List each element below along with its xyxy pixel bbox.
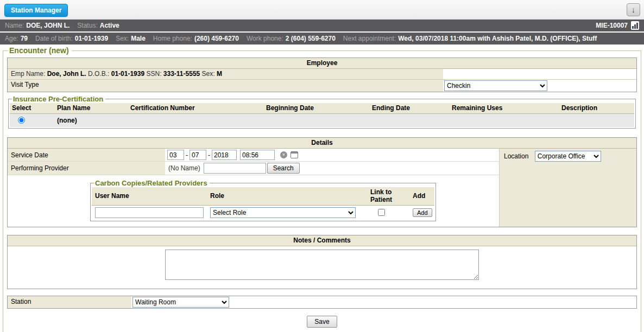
- date-separator: -: [186, 151, 188, 159]
- emp-name-value: Doe, John L.: [47, 70, 86, 78]
- cc-role-select[interactable]: Select Role: [210, 207, 356, 218]
- service-date-row: Service Date - - ×: [8, 149, 499, 162]
- precert-section: Insurance Pre-Certification Select Plan …: [8, 95, 636, 129]
- location-label: Location: [504, 152, 528, 160]
- cc-username-input[interactable]: [95, 207, 204, 218]
- calendar-icon[interactable]: [291, 151, 298, 158]
- station-row: Station Waiting Room: [8, 296, 636, 308]
- performing-provider-row: Performing Provider (No Name) Search: [8, 162, 499, 175]
- provider-search-input[interactable]: [204, 163, 266, 174]
- precert-col-beginning-date: Beginning Date: [264, 103, 370, 113]
- date-separator: -: [208, 151, 210, 159]
- station-manager-button[interactable]: Station Manager: [4, 4, 68, 17]
- carbon-copies-row: Select Role Add: [92, 206, 434, 220]
- precert-col-remaining-uses: Remaining Uses: [450, 103, 559, 113]
- visit-type-row: Visit Type Checkin: [8, 79, 636, 92]
- carbon-copies-legend: Carbon Copies/Related Providers: [94, 179, 210, 187]
- work-phone-label: Work phone:: [247, 33, 283, 44]
- notes-textarea[interactable]: [165, 250, 479, 280]
- emp-name-label: Emp Name:: [11, 70, 45, 78]
- cc-col-link-to-patient: Link to Patient: [367, 187, 409, 205]
- precert-col-plan-name: Plan Name: [55, 103, 128, 113]
- visit-type-label: Visit Type: [8, 80, 443, 92]
- bar-chart-icon[interactable]: [631, 21, 639, 30]
- emp-dob-value: 01-01-1939: [111, 70, 144, 78]
- download-button[interactable]: ↓: [627, 3, 640, 16]
- employee-table: Employee Emp Name: Doe, John L. D.O.B.: …: [7, 58, 637, 92]
- cc-col-user-name: User Name: [92, 191, 207, 201]
- employee-info: Emp Name: Doe, John L. D.O.B.: 01-01-193…: [8, 69, 443, 79]
- service-date-month[interactable]: [167, 150, 184, 160]
- station-table: Station Waiting Room: [7, 296, 637, 309]
- status-value: Active: [100, 20, 119, 31]
- age-label: Age:: [5, 33, 18, 44]
- dob-label: Date of birth:: [35, 33, 73, 44]
- demographics-bar: Age: 79 Date of birth: 01-01-1939 Sex: M…: [0, 33, 644, 44]
- name-label: Name:: [5, 20, 24, 31]
- carbon-copies-header-row: User Name Role Link to Patient Add: [92, 187, 434, 206]
- emp-ssn-label: SSN:: [146, 70, 161, 78]
- employee-header: Employee: [8, 58, 636, 69]
- visit-type-select[interactable]: Checkin: [444, 80, 547, 91]
- download-icon: ↓: [632, 5, 636, 14]
- precert-col-select: Select: [10, 103, 55, 113]
- precert-row: (none): [10, 114, 634, 127]
- encounter-legend: Encounter (new): [8, 46, 72, 55]
- patient-bar: Name: DOE, JOHN L. Status: Active MIE-10…: [0, 20, 644, 31]
- emp-ssn-value: 333-11-5555: [163, 70, 200, 78]
- dob-value: 01-01-1939: [75, 33, 108, 44]
- next-appointment-label: Next appointment:: [343, 33, 396, 44]
- top-toolbar: Station Manager ↓: [0, 0, 644, 20]
- location-select[interactable]: Corporate Office: [535, 151, 601, 162]
- employee-info-row: Emp Name: Doe, John L. D.O.B.: 01-01-193…: [8, 69, 636, 79]
- precert-legend: Insurance Pre-Certification: [12, 95, 105, 103]
- performing-provider-label: Performing Provider: [8, 162, 165, 175]
- patient-id: MIE-10007: [596, 20, 628, 31]
- emp-dob-label: D.O.B.:: [88, 70, 109, 78]
- sex-label: Sex:: [116, 33, 129, 44]
- precert-plan-name: (none): [57, 117, 77, 124]
- station-select[interactable]: Waiting Room: [132, 297, 229, 308]
- provider-no-name: (No Name): [168, 164, 200, 172]
- station-label: Station: [8, 296, 131, 308]
- cc-col-role: Role: [207, 191, 367, 201]
- emp-sex-label: Sex:: [202, 70, 215, 78]
- encounter-section: Encounter (new) Employee Emp Name: Doe, …: [3, 46, 641, 332]
- next-appointment-value: Wed, 03/07/2018 11:00am with Ashish Pate…: [398, 33, 597, 44]
- details-header: Details: [8, 138, 636, 149]
- precert-header-row: Select Plan Name Certification Number Be…: [10, 103, 634, 114]
- service-time[interactable]: [240, 150, 275, 160]
- precert-col-description: Description: [559, 103, 634, 113]
- precert-col-ending-date: Ending Date: [370, 103, 450, 113]
- details-table: Details Service Date - - ×: [7, 137, 637, 227]
- status-label: Status:: [77, 20, 97, 31]
- work-phone-value: 2 (604) 559-6270: [286, 33, 336, 44]
- search-button[interactable]: Search: [267, 163, 300, 174]
- sex-value: Male: [131, 33, 146, 44]
- emp-sex-value: M: [217, 70, 222, 78]
- cc-col-add: Add: [409, 191, 434, 201]
- notes-header: Notes / Comments: [8, 235, 636, 246]
- service-date-year[interactable]: [212, 150, 237, 160]
- precert-radio[interactable]: [18, 117, 25, 124]
- home-phone-label: Home phone:: [153, 33, 192, 44]
- location-cell: Location Corporate Office: [499, 149, 636, 227]
- home-phone-value: (260) 459-6270: [194, 33, 239, 44]
- service-date-label: Service Date: [8, 149, 165, 161]
- patient-name: DOE, JOHN L.: [26, 20, 70, 31]
- cc-add-button[interactable]: Add: [413, 208, 432, 217]
- save-button[interactable]: Save: [307, 316, 337, 328]
- clear-date-icon[interactable]: ×: [280, 151, 287, 158]
- precert-col-cert-number: Certification Number: [128, 103, 264, 113]
- age-value: 79: [21, 33, 28, 44]
- service-date-day[interactable]: [190, 150, 206, 160]
- cc-link-checkbox[interactable]: [378, 209, 385, 216]
- employee-info-spacer: [443, 69, 636, 79]
- carbon-copies-section: Carbon Copies/Related Providers User Nam…: [90, 179, 436, 221]
- notes-table: Notes / Comments: [7, 235, 637, 289]
